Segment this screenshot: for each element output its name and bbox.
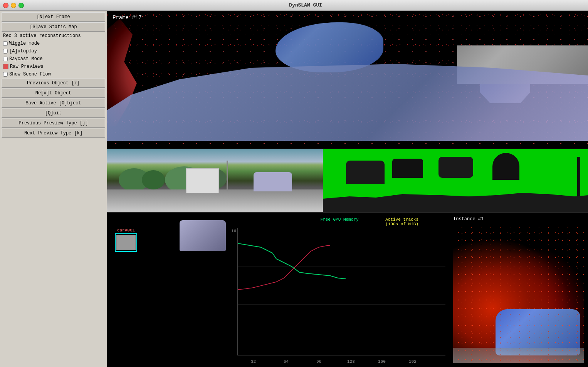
prev-object-button[interactable]: Previous Object [z] — [2, 79, 105, 88]
depth-shape-4 — [492, 153, 519, 180]
graph-canvas — [237, 228, 445, 355]
track-box-1 — [115, 233, 137, 252]
depth-shape-1 — [346, 161, 385, 184]
raycast-mode-checkbox[interactable] — [3, 57, 8, 61]
next-preview-type-button[interactable]: Next Preview Type [k] — [2, 129, 105, 138]
graph-x-label-160: 160 — [378, 359, 386, 364]
quit-button[interactable]: [Q]uit — [2, 109, 105, 118]
graph-area: Free GPU Memory Active tracks (100s of M… — [230, 213, 449, 367]
graph-y-label-16: 16 — [231, 229, 236, 233]
autoplay-row: [A]utoplay — [2, 48, 105, 55]
show-scene-flow-label: Show Scene Flow — [9, 72, 51, 77]
wiggle-mode-label: Wiggle mode — [9, 41, 40, 46]
next-frame-button[interactable]: [N]ext Frame — [2, 12, 105, 22]
graph-x-label-64: 64 — [284, 359, 289, 364]
raw-previews-swatch — [3, 64, 8, 69]
window-title: DynSLAM GUI — [26, 2, 585, 8]
app-window: DynSLAM GUI [N]ext Frame [S]ave Static M… — [0, 0, 588, 367]
active-tracks-text: Active tracks — [385, 217, 418, 222]
show-scene-flow-row: Show Scene Flow — [2, 71, 105, 78]
graph-x-label-32: 32 — [251, 359, 256, 364]
save-active-object-button[interactable]: Save Active [O]bject — [2, 99, 105, 108]
reconstruction-scene — [107, 11, 588, 149]
graph-x-label-128: 128 — [347, 359, 355, 364]
tree-2 — [142, 170, 165, 189]
depth-segmentation-map — [323, 149, 588, 213]
close-button[interactable] — [3, 3, 8, 8]
raycast-mode-label: Raycast Mode — [9, 56, 42, 62]
active-tracks-label: Active tracks (100s of MiB) — [385, 217, 418, 226]
depth-shape-3 — [438, 157, 473, 178]
bottom-row: car#001 car#1#155 — [107, 212, 588, 367]
frame-label: Frame #17 — [113, 15, 142, 21]
street-pole — [227, 161, 228, 191]
maximize-button[interactable] — [18, 3, 24, 8]
instance-scene — [453, 226, 584, 363]
scene-car — [254, 172, 292, 191]
middle-row — [107, 149, 588, 212]
graph-x-label-192: 192 — [409, 359, 417, 364]
sidebar: [N]ext Frame [S]ave Static Map Rec 3 act… — [0, 11, 107, 367]
prev-preview-type-button[interactable]: Previous Preview Type [j] — [2, 119, 105, 128]
save-static-map-button[interactable]: [S]ave Static Map — [2, 22, 105, 32]
main-content: [N]ext Frame [S]ave Static Map Rec 3 act… — [0, 11, 588, 367]
next-object-button[interactable]: Ne[x]t Object — [2, 89, 105, 98]
scene-white-box — [186, 168, 219, 193]
raycast-mode-row: Raycast Mode — [2, 55, 105, 62]
rec-info-text: Rec 3 active reconstructions — [2, 32, 105, 39]
track-item-1: car#001 — [115, 228, 137, 252]
depth-ground-silhouette — [323, 189, 588, 213]
viewport: Frame #17 — [107, 11, 588, 367]
instance-view: Instance #1 — [449, 213, 588, 367]
raw-previews-row: Raw Previews — [2, 63, 105, 70]
wiggle-mode-row: Wiggle mode — [2, 40, 105, 47]
track-label-1: car#001 — [117, 228, 135, 233]
object-tracks-area: car#001 car#1#155 — [107, 213, 230, 367]
wiggle-mode-checkbox[interactable] — [3, 41, 8, 46]
autoplay-checkbox[interactable] — [3, 49, 8, 54]
tracks-graph-line — [238, 245, 330, 290]
tracks-unit-text: (100s of MiB) — [385, 222, 418, 226]
titlebar: DynSLAM GUI — [0, 0, 588, 11]
camera-feed — [107, 149, 323, 213]
instance-label: Instance #1 — [453, 216, 484, 222]
instance-scatter — [453, 226, 584, 363]
3d-reconstruction-view: Frame #17 — [107, 11, 588, 149]
graph-svg — [238, 228, 445, 355]
gpu-graph-line — [238, 243, 346, 279]
raw-previews-label: Raw Previews — [10, 64, 43, 69]
track-thumbnail-1 — [116, 235, 136, 250]
graph-x-label-96: 96 — [316, 359, 321, 364]
minimize-button[interactable] — [11, 3, 16, 8]
show-scene-flow-checkbox[interactable] — [3, 72, 8, 77]
autoplay-label: [A]utoplay — [9, 49, 37, 54]
depth-shape-2 — [392, 159, 423, 178]
gpu-memory-label: Free GPU Memory — [320, 217, 358, 222]
car-thumbnail-3d — [180, 220, 226, 251]
